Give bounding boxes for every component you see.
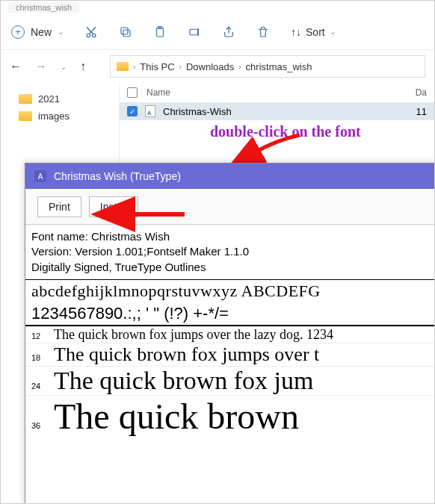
sample-text: The quick brown fox jum (54, 367, 314, 395)
explorer-toolbar: + New ⌄ ↑↓ Sort ⌄ (1, 14, 434, 50)
svg-rect-2 (123, 30, 130, 37)
new-button[interactable]: + New ⌄ (11, 25, 64, 39)
chevron-down-icon: ⌄ (58, 28, 64, 36)
svg-rect-6 (190, 29, 198, 35)
back-button[interactable]: ← (10, 60, 22, 73)
share-icon[interactable] (222, 25, 235, 39)
folder-icon (19, 111, 32, 121)
folder-tree: 2021 images (1, 83, 119, 172)
svg-rect-3 (121, 28, 128, 34)
font-viewer-toolbar: Print Install (25, 189, 435, 225)
font-viewer-window: A Christmas Wish (TrueType) Print Instal… (25, 163, 435, 504)
file-name: Christmas-Wish (163, 106, 409, 117)
svg-point-0 (87, 34, 90, 37)
paste-icon[interactable] (153, 25, 167, 39)
chevron-right-icon: › (133, 63, 135, 71)
navigation-row: ← → ⌄ ↑ › This PC › Downloads › christma… (1, 50, 434, 83)
svg-point-1 (93, 34, 96, 37)
font-version-line: Version: Version 1.001;Fontself Maker 1.… (31, 244, 431, 259)
sample-size: 18 (31, 353, 46, 362)
tree-item[interactable]: 2021 (5, 90, 114, 108)
font-app-icon: A (34, 170, 46, 182)
tree-item-label: images (38, 111, 70, 122)
breadcrumb-segment[interactable]: Downloads (186, 61, 234, 72)
forward-button[interactable]: → (35, 60, 47, 73)
tree-item[interactable]: images (5, 108, 114, 125)
font-signed-line: Digitally Signed, TrueType Outlines (31, 260, 431, 275)
sample-size: 36 (31, 421, 46, 430)
chevron-down-icon[interactable]: ⌄ (61, 63, 67, 71)
file-list: Name Da ✓ Christmas-Wish 11 (119, 83, 434, 172)
sample-line: 12 The quick brown fox jumps over the la… (25, 326, 435, 343)
sample-alphabet: abcdefghijklmnopqrstuvwxyz ABCDEFG (25, 280, 435, 302)
sample-line: 24 The quick brown fox jum (25, 366, 435, 395)
delete-icon[interactable] (256, 25, 270, 39)
folder-icon (19, 94, 32, 104)
rename-icon[interactable] (188, 25, 201, 39)
sort-icon: ↑↓ (291, 26, 301, 38)
chevron-right-icon: › (238, 63, 241, 71)
font-name-line: Font name: Christmas Wish (31, 229, 431, 244)
sample-size: 12 (31, 332, 46, 340)
sample-line: 36 The quick brown (25, 395, 435, 437)
tree-item-label: 2021 (38, 93, 60, 105)
sample-numbers: 1234567890.:,; ' " (!?) +-*/= (25, 302, 435, 326)
breadcrumb-segment[interactable]: christmas_wish (246, 61, 312, 72)
up-button[interactable]: ↑ (80, 60, 86, 73)
plus-icon: + (11, 25, 25, 39)
chevron-down-icon: ⌄ (330, 28, 336, 36)
copy-icon[interactable] (119, 25, 132, 39)
sample-text: The quick brown fox jumps over t (54, 343, 319, 366)
new-button-label: New (31, 26, 52, 38)
cut-icon[interactable] (84, 25, 98, 39)
row-checkbox[interactable]: ✓ (127, 106, 138, 116)
column-date[interactable]: Da (416, 87, 427, 98)
breadcrumb-segment[interactable]: This PC (140, 61, 174, 72)
print-button[interactable]: Print (37, 196, 81, 217)
list-item[interactable]: ✓ Christmas-Wish 11 (120, 102, 434, 120)
font-viewer-titlebar[interactable]: A Christmas Wish (TrueType) (25, 164, 435, 189)
select-all-checkbox[interactable] (127, 87, 138, 98)
chevron-right-icon: › (179, 63, 182, 71)
sort-button[interactable]: ↑↓ Sort ⌄ (291, 26, 336, 38)
sample-text: The quick brown (54, 396, 299, 437)
sample-text: The quick brown fox jumps over the lazy … (54, 327, 333, 343)
window-title: Christmas Wish (TrueType) (54, 170, 181, 182)
explorer-body: 2021 images Name Da ✓ Christmas-Wish 11 (1, 83, 434, 172)
column-name[interactable]: Name (146, 87, 407, 98)
sort-label: Sort (306, 26, 325, 38)
font-metadata: Font name: Christmas Wish Version: Versi… (25, 225, 435, 280)
sample-line: 18 The quick brown fox jumps over t (25, 343, 435, 366)
window-tab-strip: christmas_wish (1, 1, 434, 14)
folder-icon (117, 62, 129, 71)
list-header: Name Da (120, 83, 434, 102)
install-button[interactable]: Install (89, 196, 139, 217)
breadcrumb[interactable]: › This PC › Downloads › christmas_wish (110, 55, 425, 78)
sample-size: 24 (31, 382, 46, 391)
font-file-icon (145, 105, 155, 117)
file-date: 11 (416, 106, 427, 117)
window-tab[interactable]: christmas_wish (8, 2, 79, 13)
